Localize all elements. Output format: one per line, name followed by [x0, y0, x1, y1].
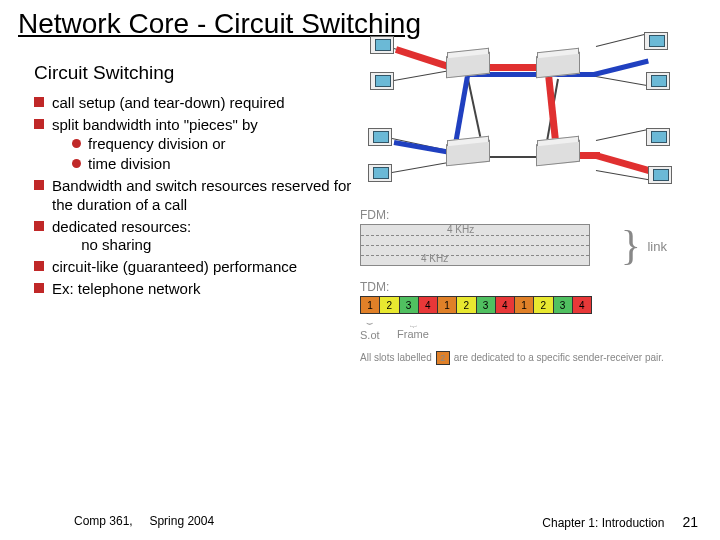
tdm-slot: 4 — [573, 297, 591, 313]
page-number: 21 — [682, 514, 698, 530]
term: Spring 2004 — [149, 514, 214, 528]
host-icon — [368, 164, 392, 182]
tdm-underlabels: ⌣S.ot ⏟Frame — [360, 316, 680, 341]
sub-bullet-item: time division — [72, 155, 354, 174]
tdm-slot: 2 — [534, 297, 553, 313]
tdm-slot: 3 — [400, 297, 419, 313]
tdm-slot: 2 — [457, 297, 476, 313]
footer: Comp 361, Spring 2004 Chapter 1: Introdu… — [0, 514, 720, 530]
router-icon — [446, 140, 490, 167]
fdm-khz-bot: 4 KHz — [421, 253, 448, 264]
fdm-box: 4 KHz 4 KHz } link — [360, 224, 590, 266]
host-icon — [646, 128, 670, 146]
host-icon — [370, 72, 394, 90]
tdm-slot: 4 — [496, 297, 515, 313]
tdm-slot: 2 — [380, 297, 399, 313]
bullet-item: circuit-like (guaranteed) performance — [34, 258, 354, 277]
host-icon — [646, 72, 670, 90]
right-column: FDM: 4 KHz 4 KHz } link TDM: 1 2 3 4 1 2… — [360, 62, 702, 365]
subtitle: Circuit Switching — [34, 62, 354, 84]
tdm-label: TDM: — [360, 280, 680, 294]
bullet-text: dedicated resources: — [52, 218, 191, 235]
router-icon — [446, 52, 490, 79]
course-code: Comp 361, — [74, 514, 133, 528]
frame-label: Frame — [397, 328, 429, 340]
bullet-item: Ex: telephone network — [34, 280, 354, 299]
tdm-slot: 3 — [554, 297, 573, 313]
tdm-slot: 1 — [515, 297, 534, 313]
sub-bullet-list: frequency division or time division — [52, 135, 354, 175]
bullet-text: split bandwidth into "pieces" by — [52, 116, 258, 133]
host-icon — [370, 36, 394, 54]
caption-chip: 2 — [436, 351, 450, 365]
router-icon — [536, 140, 580, 167]
network-diagram — [368, 32, 668, 192]
sub-bullet-item: frequency division or — [72, 135, 354, 154]
fdm-tdm-diagram: FDM: 4 KHz 4 KHz } link TDM: 1 2 3 4 1 2… — [360, 208, 680, 365]
tdm-slot: 1 — [361, 297, 380, 313]
footer-left: Comp 361, Spring 2004 — [74, 514, 214, 530]
fdm-label: FDM: — [360, 208, 680, 222]
tdm-slot: 1 — [438, 297, 457, 313]
bullet-text: no sharing — [81, 236, 151, 253]
footer-right: Chapter 1: Introduction 21 — [542, 514, 698, 530]
tdm-caption: All slots labelled 2 are dedicated to a … — [360, 351, 680, 365]
tdm-row: 1 2 3 4 1 2 3 4 1 2 3 4 — [360, 296, 592, 314]
slot-label: S.ot — [360, 329, 380, 341]
brace-icon: } — [621, 221, 641, 269]
content-row: Circuit Switching call setup (and tear-d… — [0, 44, 720, 365]
left-column: Circuit Switching call setup (and tear-d… — [34, 62, 354, 365]
link-label: link — [647, 239, 667, 254]
tdm-slot: 4 — [419, 297, 438, 313]
host-icon — [648, 166, 672, 184]
host-icon — [644, 32, 668, 50]
fdm-khz-top: 4 KHz — [447, 224, 474, 235]
host-icon — [368, 128, 392, 146]
router-icon — [536, 52, 580, 79]
chapter-label: Chapter 1: Introduction — [542, 516, 664, 530]
bullet-list: call setup (and tear-down) required spli… — [34, 94, 354, 299]
tdm-slot: 3 — [477, 297, 496, 313]
bullet-item: Bandwidth and switch resources reserved … — [34, 177, 354, 215]
bullet-item: call setup (and tear-down) required — [34, 94, 354, 113]
bullet-item: split bandwidth into "pieces" by frequen… — [34, 116, 354, 174]
caption-post: are dedicated to a specific sender-recei… — [454, 352, 664, 364]
bullet-item: dedicated resources: no sharing — [34, 218, 354, 256]
caption-pre: All slots labelled — [360, 352, 432, 364]
